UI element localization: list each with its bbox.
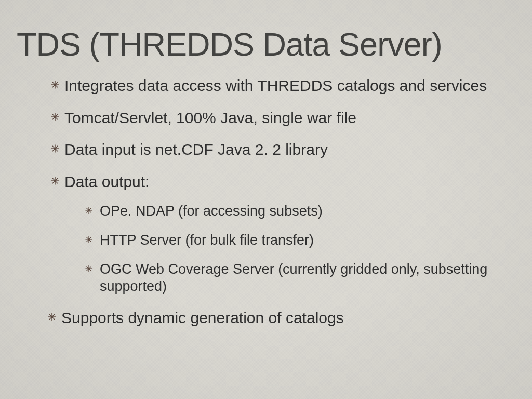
- bullet-icon: [51, 113, 59, 121]
- list-item: OGC Web Coverage Server (currently gridd…: [85, 261, 515, 296]
- list-item-text: Tomcat/Servlet, 100% Java, single war fi…: [64, 109, 356, 126]
- sub-list: OPe. NDAP (for accessing subsets) HTTP S…: [64, 203, 515, 296]
- list-item-text: HTTP Server (for bulk file transfer): [100, 232, 314, 248]
- list-item: Data output: OPe. NDAP (for accessing su…: [51, 172, 515, 296]
- list-item: Data input is net.CDF Java 2. 2 library: [51, 140, 515, 159]
- list-item-text: OPe. NDAP (for accessing subsets): [100, 203, 323, 219]
- list-item: Integrates data access with THREDDS cata…: [51, 76, 515, 96]
- slide: TDS (THREDDS Data Server) Integrates dat…: [0, 0, 532, 328]
- bullet-icon: [85, 265, 92, 272]
- slide-title: TDS (THREDDS Data Server): [17, 27, 515, 61]
- list-item: Supports dynamic generation of catalogs: [48, 308, 515, 328]
- bullet-icon: [85, 236, 92, 243]
- bullet-icon: [85, 207, 92, 214]
- list-item-text: Data input is net.CDF Java 2. 2 library: [64, 141, 328, 158]
- bullet-icon: [48, 313, 56, 321]
- list-item-text: OGC Web Coverage Server (currently gridd…: [100, 261, 487, 295]
- list-item-text: Supports dynamic generation of catalogs: [61, 309, 344, 326]
- list-item-text: Integrates data access with THREDDS cata…: [64, 77, 487, 94]
- list-item: Tomcat/Servlet, 100% Java, single war fi…: [51, 108, 515, 128]
- list-item: HTTP Server (for bulk file transfer): [85, 232, 515, 249]
- bullet-icon: [51, 144, 59, 153]
- bullet-icon: [51, 177, 59, 185]
- bullet-icon: [51, 81, 59, 89]
- bullet-list: Integrates data access with THREDDS cata…: [17, 76, 515, 328]
- list-item-text: Data output:: [64, 173, 149, 190]
- list-item: OPe. NDAP (for accessing subsets): [85, 203, 515, 220]
